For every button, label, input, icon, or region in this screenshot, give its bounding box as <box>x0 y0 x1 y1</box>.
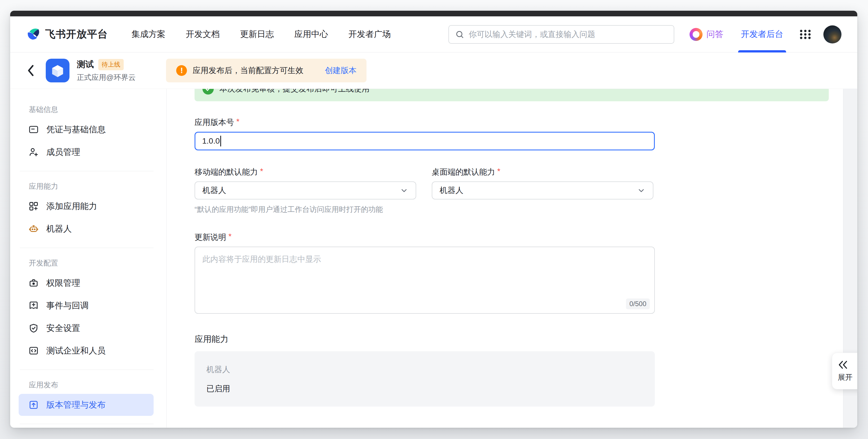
sidebar-item-label: 安全设置 <box>46 323 80 334</box>
capability-name: 机器人 <box>207 364 643 375</box>
member-add-icon <box>28 147 39 158</box>
desktop-capability-value: 机器人 <box>440 185 463 196</box>
mobile-capability-label-text: 移动端的默认能力 <box>194 167 258 177</box>
sidebar-item-label: 事件与回调 <box>46 300 89 311</box>
sidebar-divider <box>20 171 154 171</box>
sidebar-item-members[interactable]: 机器人 成员管理 <box>19 141 154 163</box>
sidebar-divider <box>20 248 154 248</box>
create-version-link[interactable]: 创建版本 <box>325 65 356 76</box>
active-tab-underline <box>738 50 786 53</box>
chevron-down-icon <box>400 186 408 195</box>
capability-labels-row: 移动端的默认能力 * 桌面端的默认能力 * <box>194 167 843 177</box>
qa-button[interactable]: 问答 <box>689 28 723 41</box>
nav-link-integrations[interactable]: 集成方案 <box>132 29 165 40</box>
capability-section-title: 应用能力 <box>194 334 843 345</box>
nav-link-docs[interactable]: 开发文档 <box>186 29 220 40</box>
sidebar-divider <box>20 424 154 424</box>
events-callback-icon <box>28 300 39 311</box>
sidebar-section-release: 应用发布 <box>19 380 166 390</box>
apps-grid-icon[interactable] <box>799 28 811 41</box>
app-icon <box>46 59 69 82</box>
publish-warning-banner: ! 应用发布后，当前配置方可生效 创建版本 <box>166 59 367 82</box>
notes-field-label: 更新说明 * <box>194 232 843 243</box>
sidebar-item-add-capability[interactable]: 添加应用能力 <box>19 195 154 217</box>
desktop-capability-label-text: 桌面端的默认能力 <box>432 167 495 177</box>
char-counter: 0/500 <box>626 299 650 309</box>
developer-console-label: 开发者后台 <box>741 29 783 40</box>
sidebar-item-label: 版本管理与发布 <box>46 399 105 411</box>
body-row: 基础信息 凭证与基础信息 机器人 成员管理 应用能力 <box>10 89 857 428</box>
capability-summary-panel: 机器人 已启用 <box>194 351 655 407</box>
sidebar-item-version-release[interactable]: 版本管理与发布 <box>19 394 154 416</box>
nav-link-app-center[interactable]: 应用中心 <box>294 29 328 40</box>
window-titlebar <box>10 11 857 16</box>
sidebar-item-test-company[interactable]: 测试企业和人员 <box>19 340 154 362</box>
robot-icon <box>28 224 39 234</box>
shield-check-icon <box>28 323 39 334</box>
expand-button-label: 展开 <box>838 372 852 382</box>
sidebar: 基础信息 凭证与基础信息 机器人 成员管理 应用能力 <box>10 89 166 428</box>
sidebar-item-label: 机器人 <box>46 223 72 235</box>
mobile-capability-value: 机器人 <box>203 185 226 196</box>
feishu-logo-icon <box>26 27 41 42</box>
logo-text: 飞书开放平台 <box>45 27 108 41</box>
sidebar-item-label: 成员管理 <box>46 146 80 158</box>
mobile-capability-label: 移动端的默认能力 * <box>194 167 432 177</box>
required-asterisk: * <box>497 167 500 176</box>
capability-status: 已启用 <box>207 383 643 394</box>
app-title: 测试 <box>77 59 94 70</box>
sidebar-item-bot[interactable]: 机器人 <box>19 218 154 240</box>
required-asterisk: * <box>260 167 263 176</box>
desktop-capability-label: 桌面端的默认能力 * <box>432 167 500 177</box>
chevron-down-icon <box>637 186 646 195</box>
add-capability-icon <box>28 201 39 212</box>
feishu-logo[interactable]: 飞书开放平台 <box>26 27 108 42</box>
top-navigation: 飞书开放平台 集成方案 开发文档 更新日志 应用中心 开发者广场 你可以输入关键… <box>10 16 857 53</box>
notes-label-text: 更新说明 <box>194 232 226 243</box>
release-notes-textarea[interactable]: 此内容将于应用的更新日志中显示 0/500 <box>194 246 655 314</box>
qa-label: 问答 <box>707 29 723 40</box>
main-content: 本次发布免审核，提交发布后即可上线使用 应用版本号 * 1.0.0 移动端的默认… <box>166 89 843 428</box>
sidebar-item-label: 凭证与基础信息 <box>46 124 105 135</box>
version-field-label: 应用版本号 * <box>194 117 843 128</box>
sidebar-item-credentials[interactable]: 凭证与基础信息 <box>19 119 154 140</box>
search-input[interactable]: 你可以输入关键词，或直接输入问题 <box>448 25 674 44</box>
app-header: 测试 待上线 正式应用@环界云 ! 应用发布后，当前配置方可生效 创建版本 <box>10 53 857 89</box>
qa-gradient-ring-icon <box>689 28 703 41</box>
sidebar-item-security[interactable]: 安全设置 <box>19 317 154 339</box>
nav-link-changelog[interactable]: 更新日志 <box>240 29 274 40</box>
app-title-block: 测试 待上线 正式应用@环界云 <box>77 59 135 82</box>
sidebar-item-events[interactable]: 事件与回调 <box>19 295 154 316</box>
sidebar-item-label: 权限管理 <box>46 277 80 289</box>
search-icon <box>455 30 464 39</box>
nav-link-developer-plaza[interactable]: 开发者广场 <box>348 29 391 40</box>
sidebar-item-permissions[interactable]: 权限管理 <box>19 272 154 294</box>
sidebar-section-dev-config: 开发配置 <box>19 258 166 268</box>
app-subtitle: 正式应用@环界云 <box>77 72 135 82</box>
sidebar-section-capabilities: 应用能力 <box>19 181 166 191</box>
primary-nav-links: 集成方案 开发文档 更新日志 应用中心 开发者广场 <box>132 29 391 40</box>
back-button[interactable] <box>26 62 38 79</box>
desktop-capability-select[interactable]: 机器人 <box>432 181 653 199</box>
version-label-text: 应用版本号 <box>194 117 234 128</box>
version-input-value: 1.0.0 <box>202 137 220 145</box>
code-brackets-icon <box>28 345 39 356</box>
credential-icon <box>28 124 39 135</box>
double-chevron-left-icon <box>838 360 849 370</box>
version-input[interactable]: 1.0.0 <box>194 132 655 150</box>
notes-placeholder: 此内容将于应用的更新日志中显示 <box>203 255 321 264</box>
capability-hint: “默认的应用功能”即用户通过工作台访问应用时打开的功能 <box>194 205 843 214</box>
expand-panel-button[interactable]: 展开 <box>832 353 857 390</box>
browser-window: 飞书开放平台 集成方案 开发文档 更新日志 应用中心 开发者广场 你可以输入关键… <box>10 11 857 428</box>
warning-text: 应用发布后，当前配置方可生效 <box>193 65 303 76</box>
sidebar-item-label: 测试企业和人员 <box>46 345 105 357</box>
check-circle-icon <box>203 89 214 95</box>
status-badge: 待上线 <box>98 59 124 70</box>
text-cursor <box>220 136 221 146</box>
mobile-capability-select[interactable]: 机器人 <box>194 181 416 199</box>
required-asterisk: * <box>228 232 231 241</box>
user-avatar[interactable] <box>824 25 841 43</box>
permission-icon <box>28 278 39 288</box>
release-success-banner: 本次发布免审核，提交发布后即可上线使用 <box>194 89 829 101</box>
developer-console-tab[interactable]: 开发者后台 <box>741 16 783 53</box>
